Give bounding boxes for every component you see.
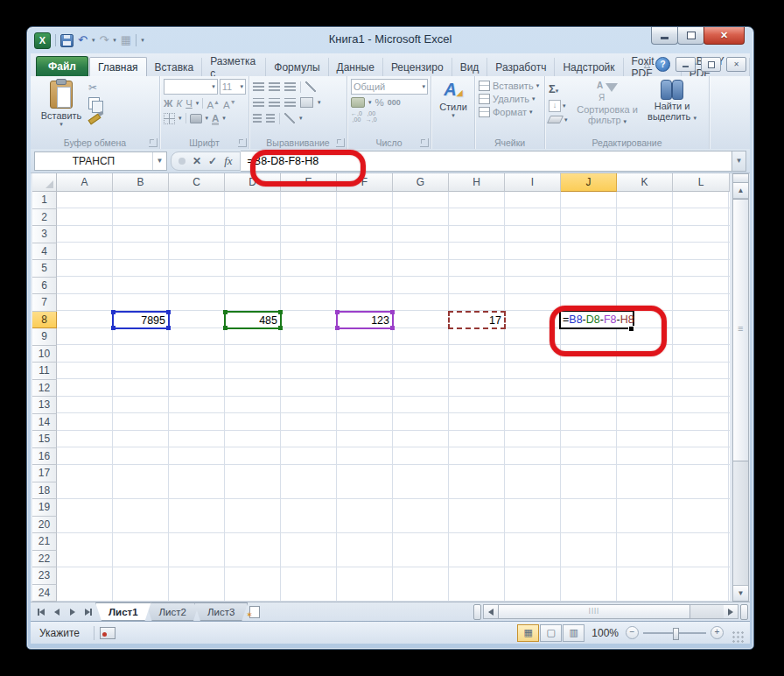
row-header-3[interactable]: 3	[32, 226, 57, 243]
wrap-dropdown-icon[interactable]: ▾	[318, 99, 321, 106]
zoom-out-button[interactable]: −	[626, 626, 639, 639]
workbook-close-button[interactable]: ✕	[726, 57, 746, 72]
cell-B8[interactable]: 7895	[112, 311, 170, 329]
page-break-view-button[interactable]: ▥	[563, 624, 584, 642]
row-header-21[interactable]: 21	[32, 533, 57, 551]
edit-cell-J8[interactable]: =B8-D8-F8-H8	[559, 310, 634, 329]
name-box-dropdown-icon[interactable]: ▼	[152, 152, 166, 170]
decrease-decimal-icon[interactable]: ,00→,0	[366, 110, 377, 123]
select-all-corner[interactable]	[32, 173, 57, 192]
styles-dropdown-icon[interactable]: ▾	[452, 112, 455, 119]
copy-icon[interactable]	[88, 97, 100, 109]
row-header-1[interactable]: 1	[32, 192, 57, 209]
merge-dropdown-icon[interactable]: ▾	[299, 115, 303, 122]
column-header-K[interactable]: K	[617, 173, 673, 192]
row-header-5[interactable]: 5	[32, 260, 57, 278]
minimize-button[interactable]	[651, 27, 678, 45]
autosum-button[interactable]: Σ▾	[549, 81, 575, 96]
borders-dropdown-icon[interactable]: ▾	[178, 115, 182, 122]
cell-F8[interactable]: 123	[336, 311, 394, 329]
align-center-icon[interactable]	[269, 98, 280, 107]
row-header-15[interactable]: 15	[32, 431, 57, 448]
delete-cells-button[interactable]: Удалить▾	[479, 94, 542, 104]
row-header-20[interactable]: 20	[32, 517, 57, 534]
row-header-14[interactable]: 14	[32, 414, 57, 432]
sort-filter-button[interactable]: АЯ Сортировка и фильтр ▾	[575, 79, 640, 137]
cell-H8[interactable]: 17	[448, 311, 506, 329]
insert-worksheet-button[interactable]: ✶	[246, 605, 263, 619]
align-left-icon[interactable]	[253, 98, 264, 107]
first-sheet-button[interactable]	[34, 605, 48, 618]
column-header-H[interactable]: H	[449, 173, 505, 192]
tab-главная[interactable]: Главная	[89, 57, 147, 76]
increase-indent-icon[interactable]	[266, 114, 275, 123]
vertical-scroll-thumb[interactable]	[733, 199, 748, 461]
row-header-6[interactable]: 6	[32, 278, 57, 295]
row-header-2[interactable]: 2	[32, 209, 57, 227]
comma-style-button[interactable]: 000	[388, 97, 401, 108]
cut-icon[interactable]: ✂	[88, 82, 101, 94]
zoom-slider-thumb[interactable]	[673, 628, 679, 640]
merge-center-icon[interactable]	[284, 113, 295, 123]
borders-icon[interactable]	[164, 113, 175, 124]
next-sheet-button[interactable]	[66, 605, 80, 618]
page-layout-view-button[interactable]: ▢	[540, 624, 562, 642]
scroll-up-icon[interactable]: ▲	[733, 183, 748, 199]
row-header-13[interactable]: 13	[32, 397, 57, 414]
fill-button[interactable]: ↓▾	[549, 100, 575, 112]
row-header-23[interactable]: 23	[32, 567, 57, 585]
row-header-10[interactable]: 10	[32, 346, 57, 363]
resize-grip[interactable]	[732, 631, 745, 644]
accounting-dropdown-icon[interactable]: ▾	[368, 99, 372, 106]
align-right-icon[interactable]	[284, 98, 296, 107]
prev-sheet-button[interactable]	[50, 605, 64, 618]
underline-button[interactable]: Ч	[186, 98, 192, 109]
column-header-F[interactable]: F	[337, 173, 393, 192]
insert-cells-button[interactable]: Вставить▾	[479, 81, 542, 91]
insert-function-button[interactable]: fx	[224, 154, 232, 168]
font-size-select[interactable]: 11▾	[220, 79, 246, 95]
bold-button[interactable]: Ж	[164, 98, 172, 109]
tab-разработч[interactable]: Разработч	[487, 58, 555, 76]
row-header-7[interactable]: 7	[32, 294, 57, 312]
align-top-icon[interactable]	[253, 82, 264, 91]
scroll-right-icon[interactable]	[724, 605, 738, 618]
column-header-D[interactable]: D	[225, 173, 281, 192]
name-box[interactable]: ТРАНСП ▼	[34, 151, 167, 171]
wrap-text-icon[interactable]	[300, 97, 313, 108]
number-dialog-launcher-icon[interactable]	[420, 138, 429, 147]
cell-grid[interactable]: ABCDEFGHIJKL1234567891011121314151617181…	[32, 173, 730, 602]
restore-button[interactable]	[677, 27, 704, 45]
horizontal-scroll-thumb[interactable]	[498, 604, 690, 619]
cells-layer[interactable]	[57, 192, 730, 602]
grow-font-button[interactable]: А▲	[206, 97, 220, 110]
vertical-scrollbar[interactable]: ▲ ▼	[732, 173, 749, 602]
enter-formula-button[interactable]: ✓	[208, 155, 217, 167]
font-color-button[interactable]: A	[212, 113, 219, 123]
row-header-4[interactable]: 4	[32, 243, 57, 261]
paste-dropdown-icon[interactable]: ▾	[60, 121, 63, 128]
formula-input[interactable]: =B8-D8-F8-H8	[241, 151, 732, 172]
column-header-L[interactable]: L	[673, 173, 730, 192]
paste-button[interactable]: Вставить ▾	[34, 79, 88, 137]
clipboard-dialog-launcher-icon[interactable]	[149, 138, 158, 147]
cell-D8[interactable]: 485	[224, 311, 282, 329]
tab-данные[interactable]: Данные	[329, 58, 383, 76]
row-header-16[interactable]: 16	[32, 448, 57, 466]
vertical-split-handle[interactable]	[733, 174, 748, 183]
cell-styles-icon[interactable]: А◢	[444, 80, 462, 100]
tab-разметка-с[interactable]: Разметка с	[202, 58, 266, 76]
column-header-E[interactable]: E	[281, 173, 337, 192]
tab-файл[interactable]: Файл	[36, 56, 88, 76]
column-header-J[interactable]: J	[561, 173, 617, 192]
normal-view-button[interactable]: ▦	[517, 624, 539, 642]
sheet-tab-лист3[interactable]: Лист3	[194, 602, 248, 621]
tab-вид[interactable]: Вид	[452, 58, 488, 76]
number-format-select[interactable]: Общий▾	[351, 79, 428, 95]
zoom-slider-track[interactable]	[643, 632, 706, 634]
scroll-left-icon[interactable]	[484, 605, 498, 618]
tab-вставка[interactable]: Вставка	[147, 58, 203, 76]
tab-split-handle[interactable]	[473, 604, 481, 620]
expand-formula-bar-icon[interactable]: ▼	[732, 151, 746, 172]
tab-формулы[interactable]: Формулы	[266, 58, 328, 76]
